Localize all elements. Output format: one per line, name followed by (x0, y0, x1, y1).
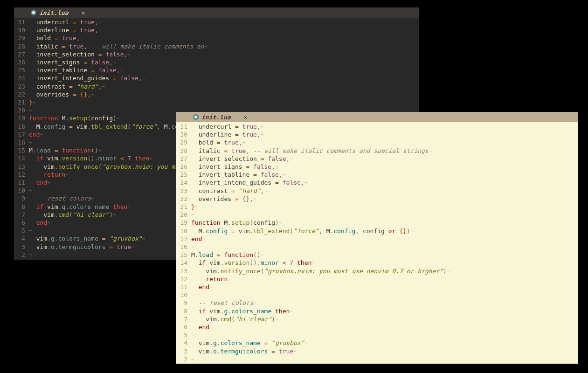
line-number: 24 (176, 179, 191, 187)
close-icon[interactable]: ✕ (82, 9, 85, 16)
line-content: bold = true,¬ (29, 35, 83, 42)
code-line: 15M.load = function()¬ (176, 251, 578, 259)
line-number: 31 (14, 19, 29, 27)
code-line: 25 invert_tabline = false,¬ (176, 171, 578, 179)
tabbar: init.lua ✕ (176, 112, 578, 122)
line-content: ¬ (29, 227, 32, 235)
code-line: 2¬ (176, 356, 578, 364)
close-icon[interactable]: ✕ (244, 114, 248, 121)
line-number: 4 (14, 235, 29, 243)
line-number: 11 (14, 179, 29, 187)
line-content: vim.g.colors_name = "gruvbox"¬ (29, 235, 145, 243)
code-line: 31 undercurl = true,¬ (176, 123, 578, 131)
line-number: 27 (14, 51, 29, 59)
line-number: 14 (14, 155, 29, 163)
line-number: 9 (14, 195, 29, 203)
line-content: invert_signs = false,¬ (191, 163, 278, 171)
line-number: 18 (14, 123, 29, 131)
code-line: 6 end¬ (176, 324, 578, 332)
line-number: 5 (176, 332, 191, 339)
line-content: bold = true,¬ (191, 139, 245, 147)
lua-file-icon (31, 10, 36, 15)
line-content: vim.cmd("hi clear")¬ (191, 316, 278, 324)
line-content: contrast = "hard",¬ (29, 83, 105, 91)
tab-filename[interactable]: init.lua (39, 9, 69, 16)
tab-filename[interactable]: init.lua (201, 114, 231, 121)
line-content: end¬ (29, 131, 43, 139)
line-number: 25 (14, 67, 29, 75)
line-content: invert_intend_guides = false,¬ (29, 75, 145, 83)
line-content: vim.o.termguicolors = true¬ (29, 243, 134, 251)
code-line: 27 invert_selection = false,¬ (14, 51, 419, 59)
code-line: 20¬ (176, 211, 578, 219)
line-content: M.load = function()¬ (29, 147, 101, 155)
lua-file-icon (193, 114, 199, 120)
code-line: 30 underline = true,¬ (14, 27, 419, 35)
line-number: 3 (14, 243, 29, 251)
line-content: ¬ (191, 291, 194, 299)
line-number: 17 (176, 235, 191, 243)
line-content: function M.setup(config)¬ (29, 115, 119, 123)
line-number: 12 (14, 171, 29, 179)
code-line: 10¬ (176, 291, 578, 299)
line-content: invert_selection = false,¬ (191, 155, 292, 163)
line-number: 27 (176, 155, 191, 163)
line-number: 7 (176, 316, 191, 324)
line-content: ¬ (191, 243, 194, 251)
line-content: undercurl = true,¬ (29, 19, 101, 27)
line-content: ¬ (29, 139, 32, 147)
code-line: 25 invert_tabline = false,¬ (14, 67, 419, 75)
line-number: 2 (14, 251, 29, 259)
line-number: 13 (14, 163, 29, 171)
code-line: 30 underline = true,¬ (176, 131, 578, 139)
line-content: ¬ (191, 332, 194, 339)
code-area-light[interactable]: 31 undercurl = true,¬30 underline = true… (176, 122, 578, 364)
line-content: }¬ (191, 203, 198, 211)
code-line: 9 -- reset colors¬ (176, 299, 578, 307)
code-line: 5¬ (176, 332, 578, 339)
line-content: end¬ (191, 324, 212, 332)
code-line: 26 invert_signs = false,¬ (14, 59, 419, 67)
code-line: 26 invert_signs = false,¬ (176, 163, 578, 171)
line-content: if vim.version().minor < 7 then¬ (29, 155, 152, 163)
code-line: 8 if vim.g.colors_name then¬ (176, 308, 578, 316)
line-number: 6 (176, 324, 191, 332)
line-number: 23 (14, 83, 29, 91)
code-line: 4 vim.g.colors_name = "gruvbox"¬ (176, 339, 578, 347)
line-number: 21 (14, 99, 29, 107)
code-line: 29 bold = true,¬ (14, 35, 419, 42)
line-number: 1 (14, 259, 29, 260)
code-line: 28 italic = true, -- will make italic co… (176, 147, 578, 155)
line-number: 29 (176, 139, 191, 147)
line-content: function M.setup(config)¬ (191, 219, 282, 227)
line-content: invert_selection = false,¬ (29, 51, 130, 59)
line-number: 22 (14, 91, 29, 99)
line-number: 8 (14, 203, 29, 211)
line-number: 19 (176, 219, 191, 227)
line-number: 17 (14, 131, 29, 139)
code-line: 16¬ (176, 243, 578, 251)
line-number: 7 (14, 211, 29, 219)
line-number: 14 (176, 259, 191, 267)
line-number: 2 (176, 356, 191, 364)
line-content: ¬ (191, 211, 194, 219)
line-content: invert_tabline = false,¬ (29, 67, 123, 75)
line-content: if vim.g.colors_name then¬ (29, 203, 130, 211)
code-line: 17end¬ (176, 235, 578, 243)
line-content: end¬ (191, 235, 205, 243)
code-line: 31 undercurl = true,¬ (14, 19, 419, 27)
line-number: 26 (14, 59, 29, 67)
code-line: 19function M.setup(config)¬ (176, 219, 578, 227)
line-content: ¬ (29, 251, 32, 259)
code-line: 13 vim.notify_once("gruvbox.nvim: you mu… (176, 268, 578, 276)
line-number: 23 (176, 187, 191, 195)
line-number: 13 (176, 268, 191, 276)
code-line: 27 invert_selection = false,¬ (176, 155, 578, 163)
line-content: vim.notify_once("gruvbox.nvim: you must … (191, 268, 450, 276)
line-content: contrast = "hard",¬ (191, 187, 267, 195)
line-number: 10 (176, 291, 191, 299)
line-number: 5 (14, 227, 29, 235)
line-content: M.load = function()¬ (191, 251, 263, 259)
line-content: invert_intend_guides = false,¬ (191, 179, 307, 187)
line-content: ¬ (29, 107, 32, 115)
